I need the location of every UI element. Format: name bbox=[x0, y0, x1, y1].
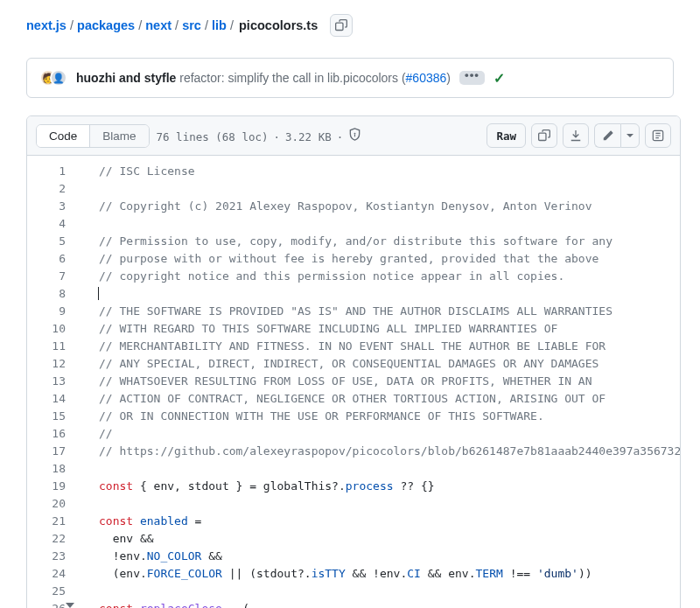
line-number[interactable]: 1 bbox=[27, 163, 66, 180]
commit-more-button[interactable]: ••• bbox=[459, 71, 485, 85]
caret-down-icon bbox=[626, 132, 634, 139]
line-number-gutter: 1234567891011121314151617181920212223242… bbox=[27, 156, 80, 608]
code-line[interactable]: const enabled = bbox=[80, 513, 680, 530]
copy-icon bbox=[335, 19, 347, 31]
line-number[interactable]: 10 bbox=[27, 320, 66, 338]
file-view: Code Blame 76 lines (68 loc)·3.22 KB· Ra… bbox=[26, 115, 681, 608]
line-number[interactable]: 18 bbox=[27, 460, 66, 478]
file-info: 76 lines (68 loc)·3.22 KB· bbox=[157, 128, 362, 143]
status-check-icon[interactable]: ✓ bbox=[494, 70, 505, 87]
code-line[interactable]: const { env, stdout } = globalThis?.proc… bbox=[80, 478, 680, 495]
line-number[interactable]: 12 bbox=[27, 355, 66, 373]
line-number[interactable]: 23 bbox=[27, 548, 66, 565]
line-number[interactable]: 9 bbox=[27, 303, 66, 320]
download-button[interactable] bbox=[563, 123, 589, 148]
edit-dropdown[interactable] bbox=[620, 123, 640, 148]
line-number[interactable]: 26 bbox=[27, 600, 66, 608]
security-icon[interactable] bbox=[348, 128, 361, 141]
code-line[interactable]: // THE SOFTWARE IS PROVIDED "AS IS" AND … bbox=[80, 303, 680, 320]
line-number[interactable]: 7 bbox=[27, 268, 66, 285]
line-number[interactable]: 5 bbox=[27, 233, 66, 250]
fold-chevron-icon[interactable] bbox=[66, 603, 74, 608]
code-line[interactable]: // MERCHANTABILITY AND FITNESS. IN NO EV… bbox=[80, 338, 680, 355]
download-icon bbox=[570, 129, 582, 142]
breadcrumb-link[interactable]: next bbox=[145, 18, 172, 32]
edit-button[interactable] bbox=[594, 123, 620, 148]
code-line[interactable]: // ISC License bbox=[80, 163, 680, 180]
line-number[interactable]: 4 bbox=[27, 215, 66, 233]
line-number[interactable]: 17 bbox=[27, 443, 66, 460]
code-line[interactable]: // bbox=[80, 425, 680, 443]
author-avatars[interactable]: 🧑 👤 bbox=[39, 69, 67, 87]
code-line[interactable]: // ACTION OF CONTRACT, NEGLIGENCE OR OTH… bbox=[80, 390, 680, 408]
copy-button[interactable] bbox=[531, 123, 557, 148]
code-area[interactable]: 1234567891011121314151617181920212223242… bbox=[27, 156, 680, 608]
file-toolbar: Code Blame 76 lines (68 loc)·3.22 KB· Ra… bbox=[27, 116, 680, 156]
breadcrumb-link[interactable]: lib bbox=[212, 18, 227, 32]
source-code[interactable]: // ISC License// Copyright (c) 2021 Alex… bbox=[80, 156, 680, 608]
latest-commit: 🧑 👤 huozhi and styfle refactor: simplify… bbox=[26, 58, 674, 98]
code-line[interactable] bbox=[80, 460, 680, 478]
line-number[interactable]: 19 bbox=[27, 478, 66, 495]
line-number[interactable]: 14 bbox=[27, 390, 66, 408]
code-line[interactable]: // WITH REGARD TO THIS SOFTWARE INCLUDIN… bbox=[80, 320, 680, 338]
code-line[interactable]: !env.NO_COLOR && bbox=[80, 548, 680, 565]
code-line[interactable] bbox=[80, 215, 680, 233]
commit-message[interactable]: refactor: simplify the call in lib.picoc… bbox=[179, 71, 451, 85]
line-number[interactable]: 11 bbox=[27, 338, 66, 355]
code-line[interactable]: env && bbox=[80, 530, 680, 548]
blame-tab[interactable]: Blame bbox=[89, 125, 148, 147]
svg-point-0 bbox=[354, 133, 356, 135]
code-line[interactable]: // WHATSOEVER RESULTING FROM LOSS OF USE… bbox=[80, 373, 680, 390]
line-number[interactable]: 15 bbox=[27, 408, 66, 425]
line-number[interactable]: 22 bbox=[27, 530, 66, 548]
symbols-icon bbox=[652, 129, 664, 142]
code-line[interactable] bbox=[80, 180, 680, 198]
code-line[interactable] bbox=[80, 495, 680, 513]
code-line[interactable]: // OR IN CONNECTION WITH THE USE OR PERF… bbox=[80, 408, 680, 425]
code-blame-toggle: Code Blame bbox=[36, 124, 150, 148]
commit-author[interactable]: huozhi bbox=[76, 71, 116, 85]
code-line[interactable]: // https://github.com/alexeyraspopov/pic… bbox=[80, 443, 680, 460]
code-line[interactable] bbox=[80, 285, 680, 303]
breadcrumb-link[interactable]: src bbox=[182, 18, 201, 32]
breadcrumb-current: picocolors.ts bbox=[239, 18, 318, 32]
line-number[interactable]: 2 bbox=[27, 180, 66, 198]
line-number[interactable]: 8 bbox=[27, 285, 66, 303]
svg-rect-1 bbox=[354, 135, 355, 137]
symbols-button[interactable] bbox=[645, 123, 671, 148]
copy-icon bbox=[538, 129, 550, 142]
code-line[interactable]: (env.FORCE_COLOR || (stdout?.isTTY && !e… bbox=[80, 565, 680, 583]
pencil-icon bbox=[602, 129, 614, 142]
code-tab[interactable]: Code bbox=[37, 125, 89, 147]
line-number[interactable]: 21 bbox=[27, 513, 66, 530]
line-number[interactable]: 24 bbox=[27, 565, 66, 583]
code-line[interactable]: // Permission to use, copy, modify, and/… bbox=[80, 233, 680, 250]
code-line[interactable]: // Copyright (c) 2021 Alexey Raspopov, K… bbox=[80, 198, 680, 215]
code-line[interactable]: // copyright notice and this permission … bbox=[80, 268, 680, 285]
avatar: 👤 bbox=[50, 69, 67, 87]
pr-link[interactable]: #60386 bbox=[406, 71, 447, 85]
line-number[interactable]: 6 bbox=[27, 250, 66, 268]
code-line[interactable]: const replaceClose = ( bbox=[80, 600, 680, 608]
code-line[interactable]: // purpose with or without fee is hereby… bbox=[80, 250, 680, 268]
breadcrumb: next.js / packages / next / src / lib / … bbox=[14, 0, 686, 47]
copy-path-button[interactable] bbox=[330, 14, 353, 37]
line-number[interactable]: 3 bbox=[27, 198, 66, 215]
line-number[interactable]: 16 bbox=[27, 425, 66, 443]
line-number[interactable]: 25 bbox=[27, 583, 66, 600]
commit-author[interactable]: styfle bbox=[144, 71, 177, 85]
breadcrumb-link[interactable]: packages bbox=[77, 18, 135, 32]
line-number[interactable]: 20 bbox=[27, 495, 66, 513]
breadcrumb-link[interactable]: next.js bbox=[26, 18, 66, 32]
line-number[interactable]: 13 bbox=[27, 373, 66, 390]
raw-button[interactable]: Raw bbox=[486, 123, 526, 148]
code-line[interactable]: // ANY SPECIAL, DIRECT, INDIRECT, OR CON… bbox=[80, 355, 680, 373]
code-line[interactable] bbox=[80, 583, 680, 600]
